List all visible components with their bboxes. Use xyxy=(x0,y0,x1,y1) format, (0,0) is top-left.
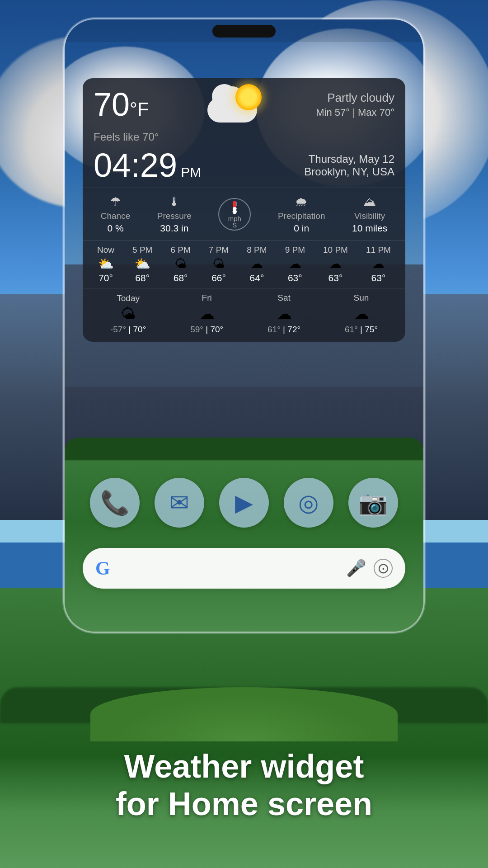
daily-forecast-row: Today 🌤 -57° | 70° Fri ☁ 59° | 70° Sat ☁… xyxy=(83,288,405,342)
visibility-stat: ⛰ Visibility 10 miles xyxy=(352,194,387,234)
precipitation-icon: 🌧 xyxy=(295,194,308,209)
max-temp: 70° xyxy=(380,107,394,118)
caption-line1: Weather widget xyxy=(36,748,452,785)
camera-icon[interactable]: 📷 xyxy=(348,478,398,528)
compass: N S 8 mph xyxy=(218,198,251,231)
date-location: Thursday, May 12 Brooklyn, NY, USA xyxy=(304,153,394,178)
messages-icon[interactable]: ✉ xyxy=(155,478,204,528)
wind-stat: N S 8 mph xyxy=(218,198,251,231)
phone-ground-trees xyxy=(65,438,423,460)
hourly-item: 7 PM 🌤 66° xyxy=(209,245,229,283)
wind-speed: 8 xyxy=(228,206,241,215)
visibility-icon: ⛰ xyxy=(363,194,376,209)
daily-item: Today 🌤 -57° | 70° xyxy=(110,293,146,335)
daily-item: Fri ☁ 59° | 70° xyxy=(190,293,223,335)
stats-row: ☂ Chance 0 % 🌡 Pressure 30.3 in N S xyxy=(83,188,405,240)
chance-label: Chance xyxy=(101,211,131,221)
weather-widget[interactable]: 70°F Partly cloudy Min 57° | Max 70° xyxy=(83,78,405,342)
temp-value: 70 xyxy=(94,86,130,123)
hourly-item: 5 PM ⛅ 68° xyxy=(132,245,152,283)
min-max-display: Min 57° | Max 70° xyxy=(316,107,394,118)
hourly-item: 9 PM ☁ 63° xyxy=(285,245,305,283)
chance-stat: ☂ Chance 0 % xyxy=(101,194,131,234)
pressure-stat: 🌡 Pressure 30.3 in xyxy=(157,194,192,234)
hourly-item: 10 PM ☁ 63° xyxy=(323,245,348,283)
pressure-icon: 🌡 xyxy=(168,194,181,209)
visibility-value: 10 miles xyxy=(352,223,387,234)
lens-icon[interactable]: ⊙ xyxy=(374,559,393,578)
temp-unit: °F xyxy=(130,99,149,120)
phone-frame: 70°F Partly cloudy Min 57° | Max 70° xyxy=(63,18,425,633)
google-search-bar[interactable]: G 🎤 ⊙ xyxy=(83,548,405,589)
precipitation-value: 0 in xyxy=(294,223,309,234)
cloud-icon xyxy=(203,86,262,123)
wind-unit: mph xyxy=(228,215,241,222)
chance-value: 0 % xyxy=(107,223,123,234)
phone-icon[interactable]: 📞 xyxy=(90,478,140,528)
caption-line2: for Home screen xyxy=(36,785,452,823)
pressure-value: 30.3 in xyxy=(160,223,188,234)
weather-right: Partly cloudy Min 57° | Max 70° xyxy=(316,91,394,118)
hourly-item: 8 PM ☁ 64° xyxy=(247,245,267,283)
precipitation-stat: 🌧 Precipitation 0 in xyxy=(278,194,325,234)
weather-condition: Partly cloudy xyxy=(327,91,394,105)
daily-item: Sun ☁ 61° | 75° xyxy=(345,293,378,335)
pressure-label: Pressure xyxy=(157,211,192,221)
phone-status-bar xyxy=(65,19,423,42)
feels-like-temp: 70° xyxy=(142,131,159,143)
widget-top-section: 70°F Partly cloudy Min 57° | Max 70° xyxy=(83,78,405,127)
weather-icon-area xyxy=(149,86,316,123)
play-store-icon[interactable]: ▶ xyxy=(219,478,269,528)
ground-hill xyxy=(90,687,398,741)
visibility-label: Visibility xyxy=(354,211,385,221)
hourly-item: 11 PM ☁ 63° xyxy=(366,245,391,283)
google-logo: G xyxy=(95,557,110,579)
daily-item: Sat ☁ 61° | 72° xyxy=(267,293,300,335)
mic-icon[interactable]: 🎤 xyxy=(346,559,366,578)
temperature-display: 70°F xyxy=(94,88,149,121)
date-display: Thursday, May 12 xyxy=(304,153,394,165)
precipitation-label: Precipitation xyxy=(278,211,325,221)
chrome-icon[interactable]: ◎ xyxy=(284,478,333,528)
time-display-area: 04:29PM xyxy=(94,149,201,182)
sun-icon xyxy=(235,84,262,110)
feels-like-label: Feels like xyxy=(94,131,139,143)
phone-interior: 70°F Partly cloudy Min 57° | Max 70° xyxy=(65,19,423,632)
location-display: Brooklyn, NY, USA xyxy=(304,165,394,178)
feels-like-row: Feels like 70° xyxy=(83,127,405,147)
hourly-item: Now ⛅ 70° xyxy=(97,245,114,283)
phone-notch xyxy=(212,25,276,38)
min-temp: 57° xyxy=(335,107,350,118)
chance-icon: ☂ xyxy=(110,194,121,209)
time-value: 04:29 xyxy=(94,146,177,184)
phone-ground xyxy=(65,448,423,632)
hourly-forecast-row: Now ⛅ 70° 5 PM ⛅ 68° 6 PM 🌤 68° 7 PM 🌤 6… xyxy=(83,240,405,288)
bottom-caption: Weather widget for Home screen xyxy=(0,748,488,823)
hourly-item: 6 PM 🌤 68° xyxy=(170,245,190,283)
time-ampm: PM xyxy=(181,165,201,179)
time-row: 04:29PM Thursday, May 12 Brooklyn, NY, U… xyxy=(83,147,405,188)
app-dock: 📞✉▶◎📷 xyxy=(83,478,405,528)
